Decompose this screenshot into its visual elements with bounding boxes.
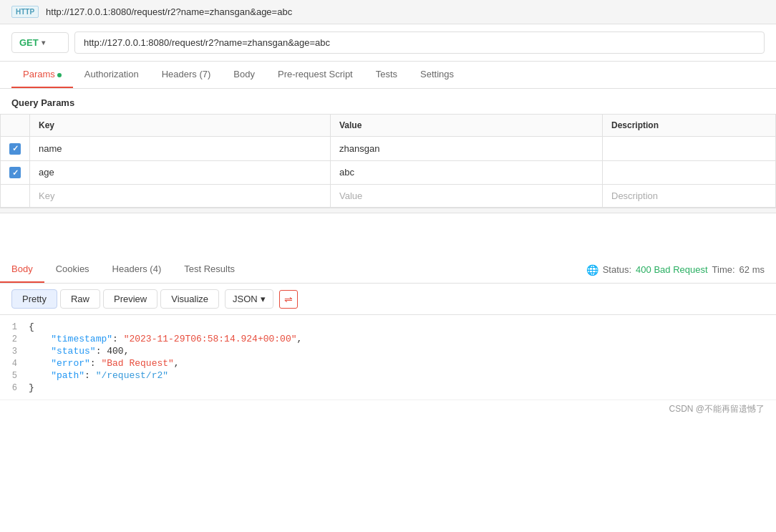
- code-line-2: 2 "timestamp": "2023-11-29T06:58:14.924+…: [0, 333, 776, 345]
- format-bar: Pretty Raw Preview Visualize JSON ▾ ⇌: [0, 284, 776, 315]
- tab-response-headers[interactable]: Headers (4): [101, 256, 173, 283]
- line-num-1: 1: [0, 321, 29, 332]
- tab-tests-label: Tests: [376, 69, 397, 79]
- tab-params-label: Params: [23, 69, 55, 79]
- method-label: GET: [19, 37, 39, 48]
- chevron-down-icon: ▾: [261, 294, 266, 304]
- row2-value[interactable]: abc: [331, 160, 603, 185]
- url-input[interactable]: [74, 32, 765, 54]
- params-dot: [57, 73, 62, 77]
- table-row-empty: Key Value Description: [1, 185, 776, 208]
- col-value: Value: [331, 115, 603, 137]
- method-select[interactable]: GET ▾: [11, 32, 69, 53]
- globe-icon: 🌐: [586, 264, 598, 276]
- tab-authorization-label: Authorization: [84, 69, 139, 79]
- btn-raw[interactable]: Raw: [60, 289, 100, 309]
- row1-checkbox-cell: [1, 137, 30, 161]
- tab-body-label: Body: [233, 69, 255, 79]
- tab-cookies[interactable]: Cookies: [44, 256, 101, 283]
- row2-checkbox[interactable]: [9, 167, 21, 178]
- line-num-2: 2: [0, 334, 29, 344]
- tab-settings[interactable]: Settings: [409, 62, 465, 88]
- tab-settings-label: Settings: [420, 69, 454, 79]
- line-num-3: 3: [0, 346, 29, 357]
- tab-cookies-label: Cookies: [56, 263, 89, 274]
- table-row: age abc: [1, 160, 776, 185]
- line-num-4: 4: [0, 358, 29, 369]
- row1-value[interactable]: zhansgan: [331, 137, 603, 161]
- line-num-5: 5: [0, 370, 29, 381]
- tab-test-results-label: Test Results: [184, 263, 235, 274]
- http-icon: HTTP: [11, 6, 39, 18]
- wrap-button[interactable]: ⇌: [279, 290, 298, 309]
- row3-description[interactable]: Description: [603, 185, 776, 208]
- tab-params[interactable]: Params: [11, 62, 73, 88]
- tab-tests[interactable]: Tests: [364, 62, 409, 88]
- line-num-6: 6: [0, 382, 29, 393]
- col-description: Description: [603, 115, 776, 137]
- line-content-2: "timestamp": "2023-11-29T06:58:14.924+00…: [29, 334, 776, 344]
- tab-headers-label: Headers (7): [162, 69, 211, 79]
- col-checkbox: [1, 115, 30, 137]
- btn-visualize[interactable]: Visualize: [160, 289, 219, 309]
- tab-response-body[interactable]: Body: [0, 256, 44, 283]
- chevron-down-icon: ▾: [42, 39, 45, 47]
- title-bar: HTTP http://127.0.0.1:8080/request/r2?na…: [0, 0, 776, 24]
- tab-authorization[interactable]: Authorization: [73, 62, 150, 88]
- line-content-3: "status": 400,: [29, 346, 776, 357]
- row3-key[interactable]: Key: [30, 185, 331, 208]
- time-value: 62 ms: [739, 264, 765, 275]
- request-tabs: Params Authorization Headers (7) Body Pr…: [0, 62, 776, 89]
- btn-preview[interactable]: Preview: [103, 289, 157, 309]
- line-content-5: "path": "/request/r2": [29, 370, 776, 381]
- btn-pretty[interactable]: Pretty: [11, 289, 57, 309]
- json-label: JSON: [233, 294, 258, 304]
- response-tabs-row: Body Cookies Headers (4) Test Results 🌐 …: [0, 256, 776, 284]
- tab-prerequest-label: Pre-request Script: [278, 69, 353, 79]
- params-table: Key Value Description name zhansgan age …: [0, 114, 776, 208]
- title-url: http://127.0.0.1:8080/request/r2?name=zh…: [46, 6, 292, 17]
- status-value: 400 Bad Request: [636, 264, 707, 275]
- tab-headers[interactable]: Headers (7): [150, 62, 223, 88]
- row2-key[interactable]: age: [30, 160, 331, 185]
- section-divider: [0, 208, 776, 213]
- status-label: Status:: [603, 264, 631, 275]
- tab-prerequest[interactable]: Pre-request Script: [266, 62, 364, 88]
- url-bar: GET ▾: [0, 24, 776, 62]
- tab-response-body-label: Body: [11, 263, 33, 274]
- row2-checkbox-cell: [1, 160, 30, 185]
- tab-test-results[interactable]: Test Results: [173, 256, 246, 283]
- status-bar: 🌐 Status: 400 Bad Request Time: 62 ms: [586, 264, 776, 276]
- code-line-4: 4 "error": "Bad Request",: [0, 357, 776, 369]
- query-params-title: Query Params: [0, 89, 776, 114]
- json-format-select[interactable]: JSON ▾: [225, 289, 273, 309]
- spacer: [0, 213, 776, 256]
- watermark: CSDN @不能再留遗憾了: [0, 400, 776, 418]
- wrap-icon-symbol: ⇌: [284, 294, 293, 305]
- row1-key[interactable]: name: [30, 137, 331, 161]
- code-line-5: 5 "path": "/request/r2": [0, 369, 776, 382]
- response-body-code: 1 { 2 "timestamp": "2023-11-29T06:58:14.…: [0, 315, 776, 400]
- line-content-1: {: [29, 321, 776, 332]
- row3-checkbox-cell: [1, 185, 30, 208]
- time-label: Time:: [712, 264, 735, 275]
- table-row: name zhansgan: [1, 137, 776, 161]
- col-key: Key: [30, 115, 331, 137]
- tab-body[interactable]: Body: [222, 62, 266, 88]
- row1-checkbox[interactable]: [9, 143, 21, 155]
- tab-response-headers-label: Headers (4): [112, 263, 162, 274]
- response-tabs: Body Cookies Headers (4) Test Results: [0, 256, 246, 283]
- row3-value[interactable]: Value: [331, 185, 603, 208]
- code-line-3: 3 "status": 400,: [0, 345, 776, 357]
- code-line-6: 6 }: [0, 382, 776, 394]
- line-content-6: }: [29, 382, 776, 393]
- line-content-4: "error": "Bad Request",: [29, 358, 776, 369]
- row2-description[interactable]: [603, 160, 776, 185]
- code-line-1: 1 {: [0, 321, 776, 333]
- row1-description[interactable]: [603, 137, 776, 161]
